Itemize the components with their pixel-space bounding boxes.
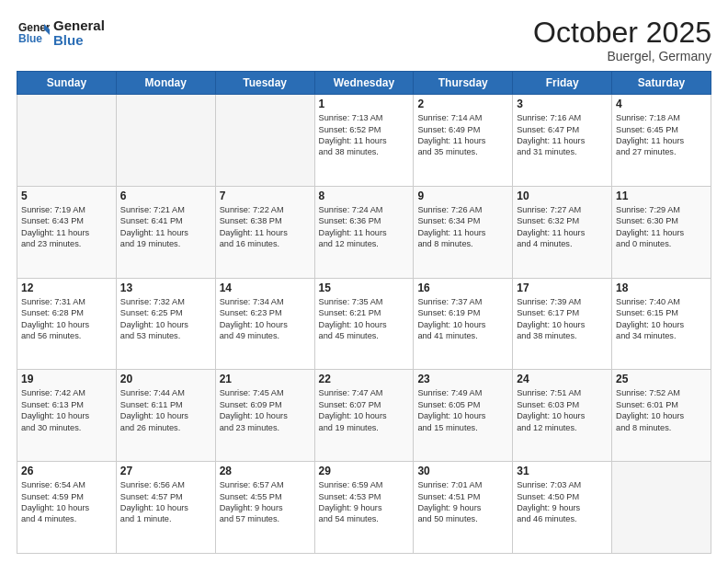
day-number: 27 (120, 465, 211, 477)
day-content: Sunrise: 7:40 AM Sunset: 6:15 PM Dayligh… (616, 296, 707, 342)
calendar-cell: 23Sunrise: 7:49 AM Sunset: 6:05 PM Dayli… (414, 370, 513, 462)
day-number: 4 (616, 98, 707, 110)
calendar-cell (116, 95, 215, 187)
calendar-week-2: 5Sunrise: 7:19 AM Sunset: 6:43 PM Daylig… (17, 186, 711, 278)
col-header-monday: Monday (116, 72, 215, 95)
day-number: 6 (120, 190, 211, 202)
calendar-cell: 3Sunrise: 7:16 AM Sunset: 6:47 PM Daylig… (513, 95, 612, 187)
calendar-header-row: SundayMondayTuesdayWednesdayThursdayFrid… (17, 72, 711, 95)
day-content: Sunrise: 7:37 AM Sunset: 6:19 PM Dayligh… (417, 296, 508, 342)
day-number: 9 (417, 190, 508, 202)
day-number: 21 (220, 373, 311, 385)
day-number: 2 (417, 98, 508, 110)
calendar-cell: 14Sunrise: 7:34 AM Sunset: 6:23 PM Dayli… (215, 278, 314, 370)
day-content: Sunrise: 7:31 AM Sunset: 6:28 PM Dayligh… (21, 296, 112, 342)
day-number: 17 (517, 282, 608, 294)
calendar-cell: 7Sunrise: 7:22 AM Sunset: 6:38 PM Daylig… (215, 186, 314, 278)
day-number: 14 (220, 282, 311, 294)
calendar-week-1: 1Sunrise: 7:13 AM Sunset: 6:52 PM Daylig… (17, 95, 711, 187)
day-content: Sunrise: 7:29 AM Sunset: 6:30 PM Dayligh… (616, 204, 707, 250)
calendar-cell (215, 95, 314, 187)
day-number: 5 (21, 190, 112, 202)
svg-text:Blue: Blue (18, 32, 42, 45)
logo-general: General (53, 18, 105, 34)
month-title: October 2025 (533, 17, 711, 49)
day-content: Sunrise: 7:44 AM Sunset: 6:11 PM Dayligh… (120, 387, 211, 433)
day-number: 1 (319, 98, 410, 110)
day-content: Sunrise: 7:13 AM Sunset: 6:52 PM Dayligh… (319, 112, 410, 158)
day-content: Sunrise: 7:34 AM Sunset: 6:23 PM Dayligh… (220, 296, 311, 342)
calendar-cell: 1Sunrise: 7:13 AM Sunset: 6:52 PM Daylig… (314, 95, 414, 187)
calendar-cell: 11Sunrise: 7:29 AM Sunset: 6:30 PM Dayli… (612, 186, 711, 278)
day-number: 16 (417, 282, 508, 294)
col-header-saturday: Saturday (612, 72, 711, 95)
day-content: Sunrise: 7:47 AM Sunset: 6:07 PM Dayligh… (319, 387, 410, 433)
col-header-wednesday: Wednesday (314, 72, 414, 95)
calendar-cell: 25Sunrise: 7:52 AM Sunset: 6:01 PM Dayli… (612, 370, 711, 462)
calendar-cell: 22Sunrise: 7:47 AM Sunset: 6:07 PM Dayli… (314, 370, 414, 462)
day-content: Sunrise: 7:35 AM Sunset: 6:21 PM Dayligh… (319, 296, 410, 342)
day-content: Sunrise: 7:16 AM Sunset: 6:47 PM Dayligh… (517, 112, 608, 158)
day-content: Sunrise: 7:39 AM Sunset: 6:17 PM Dayligh… (517, 296, 608, 342)
day-content: Sunrise: 7:45 AM Sunset: 6:09 PM Dayligh… (220, 387, 311, 433)
calendar-cell: 19Sunrise: 7:42 AM Sunset: 6:13 PM Dayli… (17, 370, 117, 462)
day-content: Sunrise: 7:51 AM Sunset: 6:03 PM Dayligh… (517, 387, 608, 433)
day-content: Sunrise: 6:56 AM Sunset: 4:57 PM Dayligh… (120, 479, 211, 525)
day-content: Sunrise: 7:52 AM Sunset: 6:01 PM Dayligh… (616, 387, 707, 433)
day-number: 25 (616, 373, 707, 385)
calendar-cell: 2Sunrise: 7:14 AM Sunset: 6:49 PM Daylig… (414, 95, 513, 187)
calendar-cell (612, 462, 711, 554)
calendar-cell: 16Sunrise: 7:37 AM Sunset: 6:19 PM Dayli… (414, 278, 513, 370)
page: General Blue General Blue October 2025 B… (0, 0, 728, 563)
calendar-cell: 29Sunrise: 6:59 AM Sunset: 4:53 PM Dayli… (314, 462, 414, 554)
day-content: Sunrise: 7:27 AM Sunset: 6:32 PM Dayligh… (517, 204, 608, 250)
day-content: Sunrise: 7:18 AM Sunset: 6:45 PM Dayligh… (616, 112, 707, 158)
calendar-table: SundayMondayTuesdayWednesdayThursdayFrid… (17, 71, 711, 554)
day-number: 26 (21, 465, 112, 477)
day-content: Sunrise: 7:32 AM Sunset: 6:25 PM Dayligh… (120, 296, 211, 342)
calendar-week-5: 26Sunrise: 6:54 AM Sunset: 4:59 PM Dayli… (17, 462, 711, 554)
calendar-cell: 26Sunrise: 6:54 AM Sunset: 4:59 PM Dayli… (17, 462, 117, 554)
day-content: Sunrise: 6:54 AM Sunset: 4:59 PM Dayligh… (21, 479, 112, 525)
day-number: 24 (517, 373, 608, 385)
calendar-cell: 5Sunrise: 7:19 AM Sunset: 6:43 PM Daylig… (17, 186, 117, 278)
day-content: Sunrise: 7:01 AM Sunset: 4:51 PM Dayligh… (417, 479, 508, 525)
day-content: Sunrise: 7:03 AM Sunset: 4:50 PM Dayligh… (517, 479, 608, 525)
calendar-cell: 4Sunrise: 7:18 AM Sunset: 6:45 PM Daylig… (612, 95, 711, 187)
day-content: Sunrise: 7:19 AM Sunset: 6:43 PM Dayligh… (21, 204, 112, 250)
calendar-cell: 24Sunrise: 7:51 AM Sunset: 6:03 PM Dayli… (513, 370, 612, 462)
day-content: Sunrise: 6:57 AM Sunset: 4:55 PM Dayligh… (220, 479, 311, 525)
logo-blue: Blue (53, 33, 105, 49)
day-number: 15 (319, 282, 410, 294)
day-number: 23 (417, 373, 508, 385)
calendar-cell: 28Sunrise: 6:57 AM Sunset: 4:55 PM Dayli… (215, 462, 314, 554)
day-number: 10 (517, 190, 608, 202)
day-content: Sunrise: 7:49 AM Sunset: 6:05 PM Dayligh… (417, 387, 508, 433)
day-content: Sunrise: 6:59 AM Sunset: 4:53 PM Dayligh… (319, 479, 410, 525)
day-number: 11 (616, 190, 707, 202)
calendar-cell: 12Sunrise: 7:31 AM Sunset: 6:28 PM Dayli… (17, 278, 117, 370)
day-number: 22 (319, 373, 410, 385)
calendar-cell: 31Sunrise: 7:03 AM Sunset: 4:50 PM Dayli… (513, 462, 612, 554)
logo-icon: General Blue (17, 17, 50, 50)
location: Buergel, Germany (533, 49, 711, 63)
day-content: Sunrise: 7:14 AM Sunset: 6:49 PM Dayligh… (417, 112, 508, 158)
col-header-thursday: Thursday (414, 72, 513, 95)
calendar-cell: 13Sunrise: 7:32 AM Sunset: 6:25 PM Dayli… (116, 278, 215, 370)
calendar-cell (17, 95, 117, 187)
header: General Blue General Blue October 2025 B… (17, 17, 711, 63)
day-number: 12 (21, 282, 112, 294)
day-number: 30 (417, 465, 508, 477)
calendar-week-3: 12Sunrise: 7:31 AM Sunset: 6:28 PM Dayli… (17, 278, 711, 370)
calendar-cell: 15Sunrise: 7:35 AM Sunset: 6:21 PM Dayli… (314, 278, 414, 370)
calendar-cell: 8Sunrise: 7:24 AM Sunset: 6:36 PM Daylig… (314, 186, 414, 278)
day-number: 8 (319, 190, 410, 202)
day-number: 13 (120, 282, 211, 294)
col-header-friday: Friday (513, 72, 612, 95)
day-number: 3 (517, 98, 608, 110)
calendar-cell: 27Sunrise: 6:56 AM Sunset: 4:57 PM Dayli… (116, 462, 215, 554)
calendar-cell: 21Sunrise: 7:45 AM Sunset: 6:09 PM Dayli… (215, 370, 314, 462)
day-number: 19 (21, 373, 112, 385)
day-number: 31 (517, 465, 608, 477)
calendar-cell: 18Sunrise: 7:40 AM Sunset: 6:15 PM Dayli… (612, 278, 711, 370)
